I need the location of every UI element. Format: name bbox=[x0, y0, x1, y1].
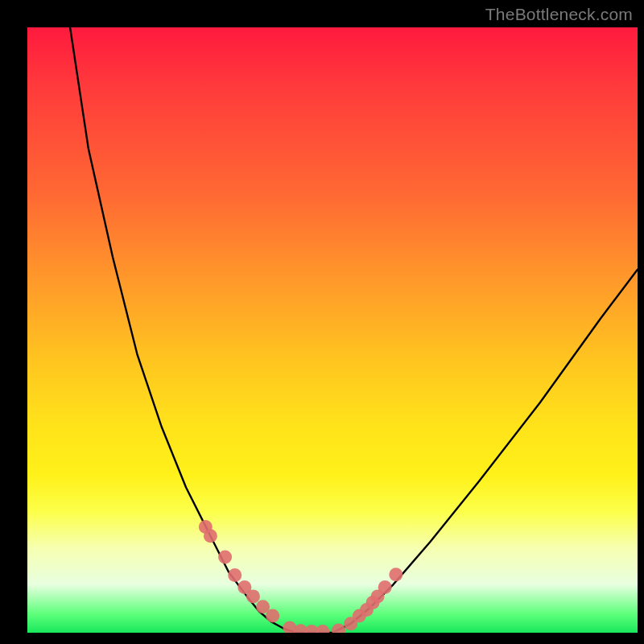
plot-area bbox=[27, 27, 638, 633]
data-dot bbox=[218, 551, 232, 564]
data-dot bbox=[228, 568, 242, 582]
data-dot bbox=[246, 589, 260, 603]
data-dot bbox=[389, 568, 402, 581]
dots-group bbox=[199, 520, 402, 633]
chart-stage: TheBottleneck.com bbox=[0, 0, 644, 644]
watermark-text: TheBottleneck.com bbox=[485, 5, 633, 24]
data-dot bbox=[204, 529, 217, 543]
data-dot bbox=[378, 580, 392, 594]
bottleneck-chart-svg bbox=[27, 27, 638, 633]
bottleneck-curve bbox=[70, 27, 638, 633]
data-dot bbox=[266, 609, 279, 622]
curve-group bbox=[70, 27, 638, 633]
data-dot bbox=[332, 623, 345, 633]
data-dot bbox=[316, 625, 329, 633]
